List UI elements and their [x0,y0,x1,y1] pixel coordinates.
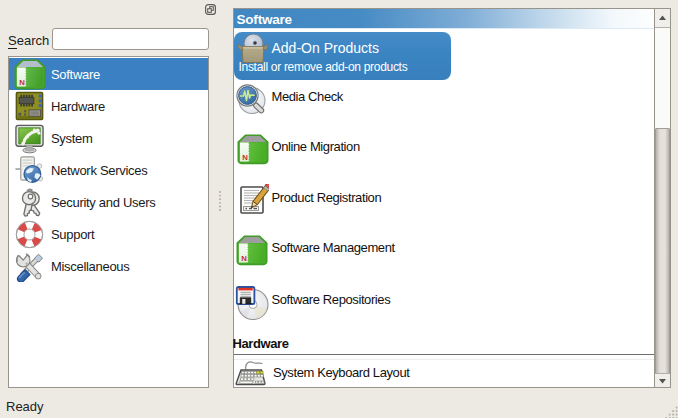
svg-text:N: N [241,254,247,263]
svg-text:N: N [242,153,248,162]
svg-text:N: N [19,78,25,87]
